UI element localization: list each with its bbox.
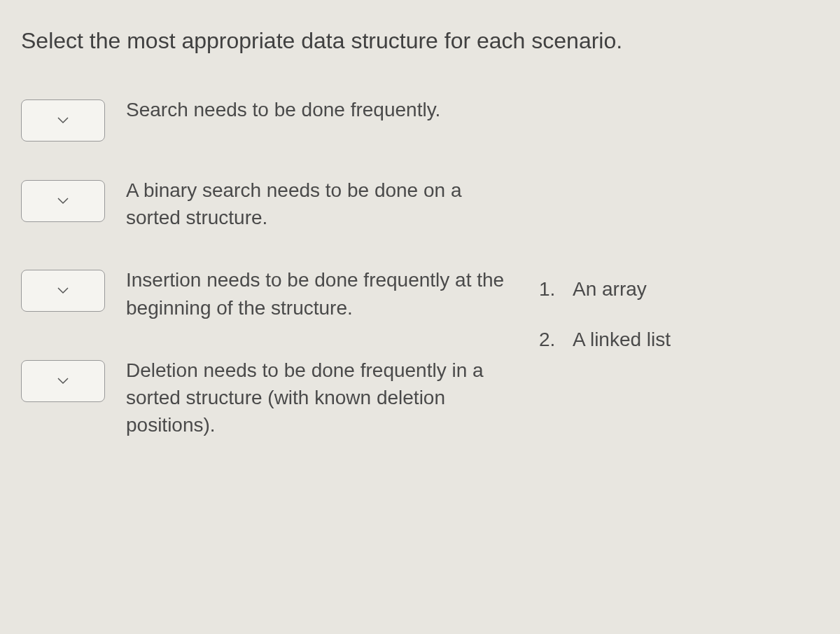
scenario-row: Search needs to be done frequently. (21, 96, 511, 142)
scenario-row: Deletion needs to be done frequently in … (21, 357, 511, 439)
option-1-number: 1. (539, 278, 560, 301)
option-2-label: A linked list (573, 329, 671, 351)
options-column: 1. An array 2. A linked list (539, 96, 819, 474)
option-1-label: An array (573, 278, 647, 301)
content-area: Search needs to be done frequently. A bi… (21, 96, 819, 474)
scenario-row: A binary search needs to be done on a so… (21, 177, 511, 231)
scenario-2-dropdown[interactable] (21, 180, 105, 222)
chevron-down-icon (57, 198, 69, 205)
instruction-text: Select the most appropriate data structu… (21, 28, 819, 54)
scenario-3-dropdown[interactable] (21, 270, 105, 312)
chevron-down-icon (57, 117, 69, 124)
chevron-down-icon (57, 378, 69, 385)
scenario-3-text: Insertion needs to be done frequently at… (126, 266, 511, 321)
scenario-2-text: A binary search needs to be done on a so… (126, 177, 511, 231)
scenario-4-text: Deletion needs to be done frequently in … (126, 357, 511, 439)
scenario-row: Insertion needs to be done frequently at… (21, 266, 511, 321)
scenario-4-dropdown[interactable] (21, 360, 105, 402)
option-2-number: 2. (539, 329, 560, 351)
scenario-1-text: Search needs to be done frequently. (126, 96, 511, 123)
chevron-down-icon (57, 287, 69, 294)
scenario-1-dropdown[interactable] (21, 99, 105, 142)
scenarios-column: Search needs to be done frequently. A bi… (21, 96, 511, 474)
option-row: 2. A linked list (539, 329, 819, 351)
option-row: 1. An array (539, 278, 819, 301)
